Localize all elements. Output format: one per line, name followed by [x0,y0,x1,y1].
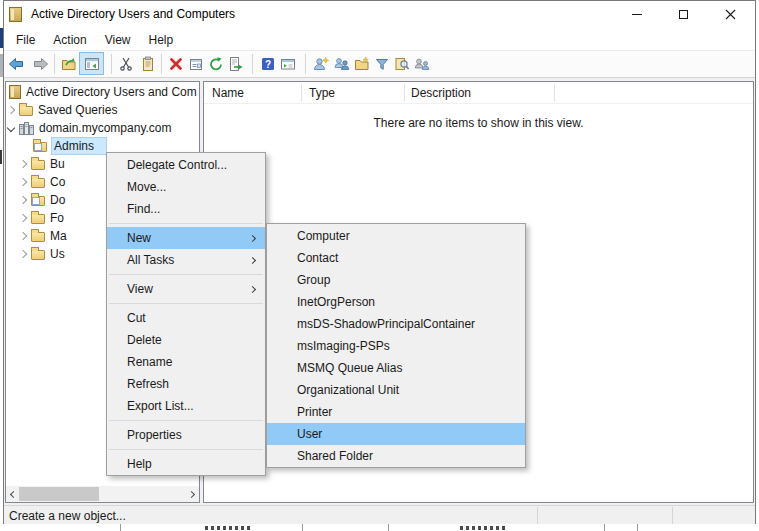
menu-action[interactable]: Action [44,30,95,50]
tree-item-saved-queries[interactable]: Saved Queries [8,101,117,119]
column-separator[interactable] [404,84,405,102]
menu-separator [109,274,263,275]
tree-item-builtin[interactable]: Bu [20,155,65,173]
status-bar-divider [537,507,538,524]
menu-item-label: MSMQ Queue Alias [297,361,517,375]
tree-item-label: Co [50,175,65,189]
menu-item-new[interactable]: New [107,227,265,249]
chevron-right-icon[interactable] [19,178,27,186]
up-one-level-icon[interactable] [61,56,77,72]
refresh-icon[interactable] [208,56,224,72]
column-header-name[interactable]: Name [212,86,244,100]
menu-view[interactable]: View [96,30,140,50]
find-icon[interactable] [394,56,410,72]
help-icon[interactable]: ? [260,56,276,72]
horizontal-scrollbar[interactable] [6,486,199,502]
show-window-icon[interactable] [280,56,296,72]
submenu-item-computer[interactable]: Computer [267,225,525,247]
menu-item-help[interactable]: Help [107,453,265,475]
menu-item-label: Find... [127,202,257,216]
maximize-icon [679,10,688,19]
chevron-right-icon[interactable] [19,214,27,222]
show-console-tree-icon[interactable] [84,56,100,72]
tree-item-label: Us [50,247,65,261]
tree-item-managed-service[interactable]: Ma [20,227,67,245]
menu-item-move[interactable]: Move... [107,176,265,198]
chevron-right-icon[interactable] [19,196,27,204]
column-separator[interactable] [301,84,302,102]
delete-icon[interactable] [168,56,184,72]
menu-item-cut[interactable]: Cut [107,307,265,329]
submenu-arrow-icon [249,256,256,263]
change-domain-icon[interactable] [414,56,430,72]
maximize-button[interactable] [666,4,700,25]
menu-item-properties[interactable]: Properties [107,424,265,446]
menu-item-export-list[interactable]: Export List... [107,395,265,417]
submenu-item-msimaging-psps[interactable]: msImaging-PSPs [267,335,525,357]
forward-icon[interactable] [33,56,49,72]
submenu-item-msds-shadowprincipalcontainer[interactable]: msDS-ShadowPrincipalContainer [267,313,525,335]
menu-file[interactable]: File [7,30,44,50]
filter-icon[interactable] [374,56,390,72]
window-title: Active Directory Users and Computers [31,7,235,21]
close-button[interactable] [713,4,747,25]
ou-folder-icon [31,196,45,206]
submenu-item-user[interactable]: User [267,423,525,445]
menu-item-delegate-control[interactable]: Delegate Control... [107,154,265,176]
scrollbar-thumb[interactable] [19,487,99,501]
tree-item-label: Bu [50,157,65,171]
svg-text:?: ? [265,59,271,70]
menu-item-label: Cut [127,311,257,325]
chevron-right-icon[interactable] [19,250,27,258]
menu-help[interactable]: Help [140,30,183,50]
tree-item-label: domain.mycompany.com [39,121,172,135]
menu-item-refresh[interactable]: Refresh [107,373,265,395]
submenu-item-msmq-queue-alias[interactable]: MSMQ Queue Alias [267,357,525,379]
submenu-item-shared-folder[interactable]: Shared Folder [267,445,525,467]
menu-item-delete[interactable]: Delete [107,329,265,351]
tree-item-computers[interactable]: Co [20,173,65,191]
copy-icon[interactable] [140,56,156,72]
tree-item-domain-controllers[interactable]: Do [20,191,65,209]
minimize-button[interactable] [620,4,654,25]
tree-item-root[interactable]: Active Directory Users and Com [9,83,197,101]
menu-item-label: Export List... [127,399,257,413]
mmc-console-icon [9,85,21,99]
menu-item-label: Computer [297,229,517,243]
chevron-right-icon[interactable] [19,232,27,240]
chevron-down-icon[interactable] [7,124,15,132]
menu-item-label: User [297,427,517,441]
cut-icon[interactable] [118,56,134,72]
submenu-item-organizational-unit[interactable]: Organizational Unit [267,379,525,401]
new-submenu: Computer Contact Group InetOrgPerson msD… [266,223,526,468]
column-header-type[interactable]: Type [309,86,335,100]
new-user-icon[interactable] [313,56,329,72]
mmc-console-icon [9,7,22,22]
new-ou-icon[interactable] [354,56,370,72]
menu-item-find[interactable]: Find... [107,198,265,220]
submenu-item-group[interactable]: Group [267,269,525,291]
menu-item-label: All Tasks [127,253,250,267]
chevron-right-icon[interactable] [7,106,15,114]
submenu-item-contact[interactable]: Contact [267,247,525,269]
menu-item-all-tasks[interactable]: All Tasks [107,249,265,271]
submenu-item-inetorgperson[interactable]: InetOrgPerson [267,291,525,313]
properties-icon[interactable] [188,56,204,72]
tree-item-users[interactable]: Us [20,245,65,263]
export-list-icon[interactable] [228,56,244,72]
chevron-right-icon[interactable] [19,160,27,168]
tree-item-domain[interactable]: domain.mycompany.com [8,119,172,137]
menu-item-view[interactable]: View [107,278,265,300]
menu-separator [109,303,263,304]
menu-bar: File Action View Help [4,29,755,51]
scroll-right-arrow[interactable] [184,486,199,502]
menu-item-label: Move... [127,180,257,194]
back-icon[interactable] [8,56,24,72]
column-separator[interactable] [554,84,555,102]
column-header-description[interactable]: Description [411,86,471,100]
submenu-item-printer[interactable]: Printer [267,401,525,423]
add-member-to-group-icon[interactable] [334,56,350,72]
tree-item-foreign-security[interactable]: Fo [20,209,64,227]
menu-item-rename[interactable]: Rename [107,351,265,373]
tree-item-admins[interactable]: Admins [20,137,106,155]
